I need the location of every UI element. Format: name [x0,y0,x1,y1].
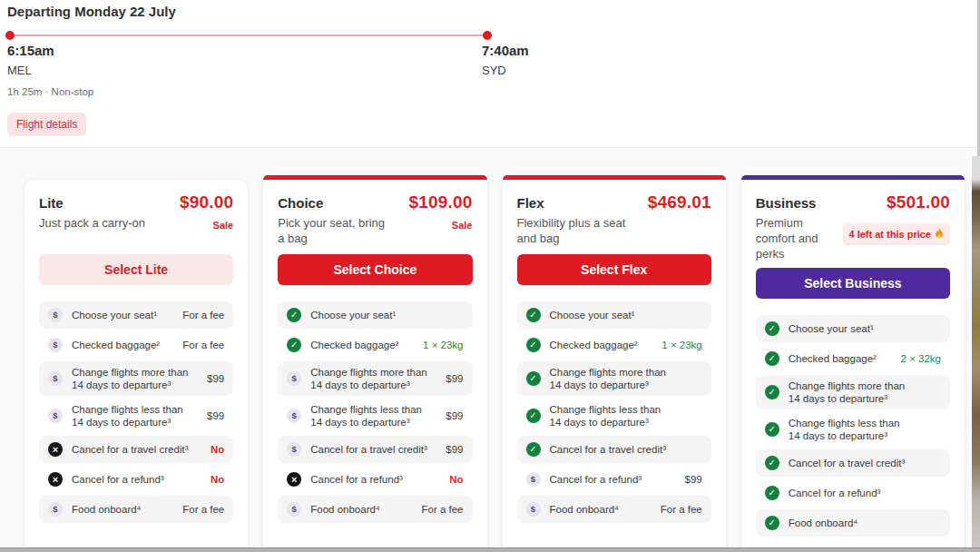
flight-duration: 1h 25m · Non-stop [7,86,93,97]
feature-row: $Change flights more than 14 days to dep… [39,361,233,396]
included-check-icon: ✓ [287,308,301,322]
feature-row: $Cancel for a refund³$99 [517,466,711,493]
fare-card-header: Choice$109.00Pick your seat, bring a bag… [278,192,472,249]
sale-badge: Sale [213,220,234,231]
included-check-icon: ✓ [287,338,301,352]
feature-value: $99 [685,474,702,485]
feature-label: Food onboard⁴ [72,503,173,516]
fee-dollar-icon: $ [526,472,541,487]
fare-name: Business [756,195,817,211]
fee-dollar-icon: $ [48,371,63,386]
fare-cards: Lite$90.00Just pack a carry-onSaleSelect… [0,148,980,552]
included-check-icon: ✓ [526,308,541,322]
fee-dollar-icon: $ [48,308,63,322]
feature-row: ✓Change flights more than 14 days to dep… [517,361,711,396]
feature-value: 2 × 32kg [901,353,941,364]
included-check-icon: ✓ [765,321,779,336]
feature-row: ✓Change flights less than 14 days to dep… [756,412,950,447]
feature-row: ✓Change flights more than 14 days to dep… [756,375,950,409]
fee-dollar-icon: $ [526,502,541,517]
flame-icon [935,228,944,241]
feature-label: Food onboard⁴ [789,517,908,529]
fee-dollar-icon: $ [287,502,301,517]
feature-value: 1 × 23kg [423,340,463,350]
feature-label: Choose your seat¹ [72,309,173,321]
feature-row: $Change flights less than 14 days to dep… [39,399,233,433]
feature-label: Cancel for a refund³ [72,473,191,486]
feature-row: ✓Checked baggage²1 × 23kg [517,331,711,359]
included-check-icon: ✓ [765,516,779,530]
fare-price: $469.01 [648,192,711,212]
fare-price: $90.00 [180,192,233,212]
fee-dollar-icon: $ [287,409,301,423]
feature-label: Checked baggage² [72,339,173,351]
feature-row: ✓Cancel for a refund³ [756,479,950,507]
feature-label: Cancel for a travel credit³ [310,443,430,456]
fare-name: Choice [278,195,323,211]
feature-value: $99 [207,410,224,421]
fare-subtitle: Just pack a carry-on [39,216,145,232]
select-lite-button[interactable]: Select Lite [39,254,233,285]
cropped-right-edge-image [972,156,980,547]
feature-label: Food onboard⁴ [310,503,412,516]
fare-subtitle: Premium comfort and perks [756,216,843,262]
feature-label: Change flights more than 14 days to depa… [310,366,430,391]
feature-row: ✓Cancel for a travel credit³ [756,449,950,477]
feature-row: $Food onboard⁴For a fee [278,496,472,523]
feature-label: Change flights less than 14 days to depa… [310,403,430,429]
feature-label: Choose your seat¹ [310,309,430,321]
feature-value: For a fee [421,504,463,515]
fare-features-list: ✓Choose your seat¹✓Checked baggage²1 × 2… [517,301,711,523]
fare-name: Flex [517,195,544,211]
feature-row: $Change flights less than 14 days to dep… [278,399,472,433]
feature-row: ✓Choose your seat¹ [756,315,950,342]
feature-label: Cancel for a travel credit³ [72,443,191,456]
fare-features-list: ✓Choose your seat¹✓Checked baggage²2 × 3… [756,315,950,537]
fare-features-list: ✓Choose your seat¹✓Checked baggage²1 × 2… [278,301,472,523]
feature-label: Choose your seat¹ [789,322,908,335]
feature-value: 1 × 23kg [662,340,701,350]
fare-subtitle: Pick your seat, bring a bag [278,216,394,247]
included-check-icon: ✓ [526,338,541,352]
fare-card-flex: Flex$469.01Flexibility plus a seat and b… [503,175,726,552]
select-business-button[interactable]: Select Business [756,268,950,299]
fare-price: $501.00 [887,192,950,212]
feature-row: ✓Checked baggage²2 × 32kg [756,345,950,372]
arrival-dot-icon [483,31,492,40]
fee-dollar-icon: $ [48,502,63,517]
feature-row: $Food onboard⁴For a fee [39,496,233,523]
feature-label: Cancel for a refund³ [310,473,430,486]
departure-dot-icon [5,31,15,40]
included-check-icon: ✓ [765,456,779,470]
feature-value: $99 [446,444,463,455]
not-included-cross-icon: × [48,472,63,487]
flight-details-button[interactable]: Flight details [7,113,86,136]
fare-card-header: Business$501.00Premium comfort and perks… [756,192,950,262]
included-check-icon: ✓ [526,409,541,423]
scarcity-badge: 4 left at this price [843,223,950,245]
included-check-icon: ✓ [765,351,779,366]
feature-label: Checked baggage² [550,339,653,351]
included-check-icon: ✓ [765,422,779,437]
feature-row: ×Cancel for a travel credit³No [39,436,233,463]
feature-label: Food onboard⁴ [550,503,652,516]
feature-row: ✓Checked baggage²1 × 23kg [278,331,472,359]
fare-card-lite: Lite$90.00Just pack a carry-onSaleSelect… [24,180,248,552]
feature-value: $99 [446,410,463,421]
fee-dollar-icon: $ [48,409,63,423]
arrival-airport-code: SYD [482,64,506,77]
feature-label: Checked baggage² [789,352,892,365]
feature-label: Change flights more than 14 days to depa… [789,380,908,405]
sale-badge: Sale [452,220,473,231]
fare-features-list: $Choose your seat¹For a fee$Checked bagg… [39,301,233,523]
feature-value: No [211,444,224,455]
feature-row: ×Cancel for a refund³No [278,466,472,493]
fee-dollar-icon: $ [48,338,63,352]
select-flex-button[interactable]: Select Flex [517,254,711,285]
feature-row: ✓Cancel for a travel credit³ [517,436,711,463]
feature-value: $99 [207,373,224,384]
feature-value: No [449,474,463,485]
select-choice-button[interactable]: Select Choice [278,254,472,285]
feature-row: ✓Food onboard⁴ [756,509,950,537]
feature-value: No [211,474,224,485]
